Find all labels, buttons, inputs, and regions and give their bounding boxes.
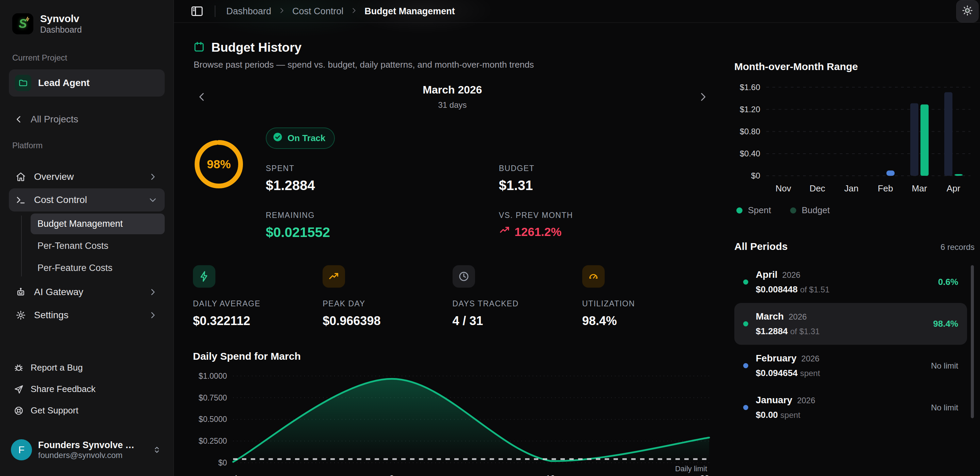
sidebar-item-label: Cost Control [34,195,87,205]
next-period-button[interactable] [694,88,712,106]
period-item-february[interactable]: February 2026 $0.094654 spent No limit [734,345,967,387]
metric-remaining: REMAINING $0.021552 [266,211,499,240]
sidebar-item-settings[interactable]: Settings [9,304,165,327]
current-project-card[interactable]: Lead Agent [9,69,165,97]
all-periods-list: April 2026 $0.008448 of $1.51 0.6% [734,261,975,428]
gear-icon [15,309,27,321]
calendar-icon [193,41,205,54]
svg-text:$1.60: $1.60 [740,83,760,92]
bolt-icon [193,265,215,288]
period-status-dot [743,279,748,285]
daily-spend-chart[interactable]: $1.0000$0.7500$0.5000$0.2500$0Daily limi… [193,365,712,476]
sidebar-footer: Report a Bug Share Feedback Get Support … [9,358,165,464]
period-nav: March 2026 31 days [193,84,712,110]
utilization-ring-label: 98% [193,138,245,190]
svg-text:Apr: Apr [947,183,961,194]
period-item-april[interactable]: April 2026 $0.008448 of $1.51 0.6% [734,261,967,303]
period-utilization: No limit [931,403,958,413]
period-title: March 2026 [211,84,694,96]
cost-control-subnav: Budget Management Per-Tenant Costs Per-F… [21,214,165,278]
breadcrumb-budget-management: Budget Management [364,6,455,17]
svg-text:Dec: Dec [810,183,825,194]
chevron-right-icon [147,171,159,182]
svg-text:$1.0000: $1.0000 [199,371,227,381]
platform-nav: Overview Cost Control Budget Management … [9,165,165,327]
period-item-march[interactable]: March 2026 $1.2884 of $1.31 98.4% [734,303,967,345]
app-name: Synvolv [40,13,82,25]
metric-budget: BUDGET $1.31 [499,164,712,193]
life-buoy-icon [14,406,24,416]
budget-history-panel: Budget History Browse past periods — spe… [193,34,712,476]
brand: S Synvolv Dashboard [9,13,165,35]
user-email: founders@synvolv.com [38,451,145,460]
sidebar-item-per-feature-costs[interactable]: Per-Feature Costs [30,258,165,278]
svg-text:$0.40: $0.40 [740,149,760,158]
all-periods-title: All Periods [734,241,788,252]
project-name: Lead Agent [38,78,89,89]
divider [215,5,215,17]
svg-text:$0: $0 [218,458,227,467]
sidebar-item-cost-control[interactable]: Cost Control [9,188,165,211]
send-icon [14,384,24,394]
stats-row: DAILY AVERAGE $0.322112 PEAK DAY $0.9663… [193,265,712,328]
avatar: F [11,439,32,460]
svg-text:Feb: Feb [878,183,893,194]
user-name: Founders Synvolve Y... [38,440,137,451]
utilization-ring: 98% [193,138,245,190]
sidebar-item-overview[interactable]: Overview [9,165,165,188]
svg-text:Mar: Mar [912,183,927,194]
chevron-right-icon [278,6,285,17]
sidebar-item-per-tenant-costs[interactable]: Per-Tenant Costs [30,236,165,256]
sidebar-toggle-button[interactable] [190,4,205,19]
bug-icon [14,363,24,373]
mom-chart-title: Month-over-Month Range [734,61,975,72]
breadcrumb-cost-control[interactable]: Cost Control [292,6,343,17]
legend-dot-spent [737,208,743,214]
all-periods-header: All Periods 6 records [734,241,975,252]
status-badge: On Track [266,127,335,149]
svg-text:22: 22 [700,474,709,476]
folder-icon [15,75,31,91]
sidebar-item-ai-gateway[interactable]: AI Gateway [9,281,165,304]
report-bug-link[interactable]: Report a Bug [9,358,165,378]
get-support-link[interactable]: Get Support [9,401,165,420]
stat-peak-day: PEAK DAY $0.966398 [323,265,452,328]
right-panel: Month-over-Month Range $1.60$1.20$0.80$0… [734,34,975,476]
svg-text:$0.80: $0.80 [740,127,760,136]
prev-period-button[interactable] [193,88,211,106]
chevrons-up-down-icon [151,444,163,455]
get-support-label: Get Support [30,405,78,416]
all-periods-count: 6 records [940,243,975,252]
svg-text:Daily limit: Daily limit [675,465,707,473]
sidebar-item-budget-management[interactable]: Budget Management [30,214,165,234]
mom-chart[interactable]: $1.60$1.20$0.80$0.40$0NovDecJanFebMarApr [734,72,975,199]
breadcrumb-dashboard[interactable]: Dashboard [226,6,271,17]
legend-dot-budget [790,208,796,214]
chevron-right-icon [147,286,159,298]
robot-icon [15,286,27,298]
gauge-icon [582,265,605,288]
user-menu[interactable]: F Founders Synvolve Y... founders@synvol… [9,436,165,464]
period-status-dot [743,321,748,327]
svg-text:9: 9 [390,474,394,476]
home-icon [15,171,27,182]
theme-toggle-button[interactable] [956,0,978,22]
all-projects-link[interactable]: All Projects [13,114,165,125]
period-status-dot [743,405,748,410]
period-item-january[interactable]: January 2026 $0.00 spent No limit [734,387,967,428]
content: Budget History Browse past periods — spe… [174,23,980,476]
svg-text:$0.5000: $0.5000 [199,415,227,424]
stat-daily-average: DAILY AVERAGE $0.322112 [193,265,323,328]
trend-up-icon [499,225,511,239]
scrollbar-thumb[interactable] [971,265,974,418]
chevron-down-icon [147,194,159,206]
trend-up-icon [323,265,345,288]
chevron-right-icon [350,6,358,17]
share-feedback-link[interactable]: Share Feedback [9,379,165,399]
svg-text:$0.7500: $0.7500 [199,393,227,402]
daily-chart-title: Daily Spend for March [193,351,712,362]
sun-icon [962,5,973,18]
period-utilization: No limit [931,361,958,371]
breadcrumb: Dashboard Cost Control Budget Management [226,6,455,17]
svg-text:10: 10 [546,474,555,476]
